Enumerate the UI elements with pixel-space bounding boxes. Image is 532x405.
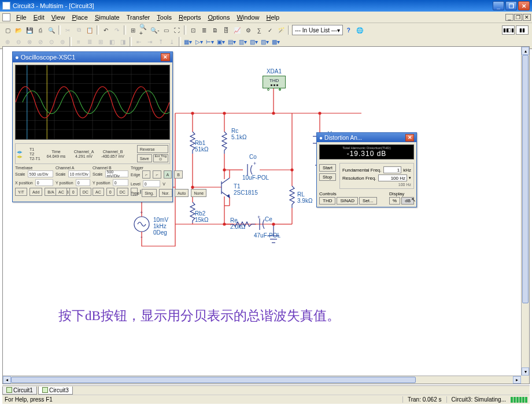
ypos-a-value[interactable]: 0 [76,179,90,186]
cut-button[interactable]: ✂ [62,25,73,35]
check-button[interactable]: ✓ [265,25,275,35]
place-analog[interactable]: ▣▾ [216,36,226,47]
h-thumb[interactable] [11,377,416,383]
scope-titlebar[interactable]: ● Oscilloscope-XSC1 ✕ [13,52,172,62]
scale-t-value[interactable]: 500 us/Div [28,170,53,177]
mdi-close[interactable]: ✕ [523,14,531,21]
tab-circuit3[interactable]: Circuit3 [38,387,73,395]
edge-rise[interactable]: ⌐ [142,170,150,179]
set-button[interactable]: Set... [359,197,377,205]
paste-button[interactable]: 📋 [84,25,95,35]
print-button[interactable]: ⎙ [35,25,46,35]
da-titlebar[interactable]: ● Distortion An... ✕ [317,133,416,142]
ac-a-button[interactable]: AC [56,188,67,196]
undo-button[interactable]: ↶ [101,25,111,35]
xda-body[interactable]: THD [263,76,286,88]
place-ind[interactable]: ▩▾ [271,36,281,47]
sheet-button[interactable]: 🗎 [210,25,220,35]
redo-button[interactable]: ↷ [112,25,122,35]
place-misc[interactable]: ▧▾ [249,36,259,47]
tb2-14[interactable]: ⤒ [156,36,166,47]
grapher-button[interactable]: 📈 [232,25,242,35]
menu-transfer[interactable]: Transfer [123,13,154,22]
level-value[interactable]: 0 [143,180,161,187]
stop-button[interactable]: Stop [319,173,336,181]
components-button[interactable]: ⊡ [188,25,198,35]
db-button[interactable]: dB ↖ [401,197,414,205]
zoomin-button[interactable]: 🔍+ [139,25,149,35]
mdi-min[interactable]: _ [505,14,513,21]
da-close-button[interactable]: ✕ [405,134,414,142]
auto-button[interactable]: Auto [175,189,189,197]
thd-button[interactable]: THD [319,197,335,205]
tb2-5[interactable]: ⊙ [46,36,57,47]
place-cmos[interactable]: ▥▾ [238,36,248,47]
zoomarea-button[interactable]: ▭ [161,25,171,35]
zoomfit-button[interactable]: ⊞ [128,25,138,35]
new-button[interactable]: ▢ [2,25,13,35]
menu-simulate[interactable]: Simulate [91,13,123,22]
start-button[interactable]: Start [319,164,336,172]
tb2-10[interactable]: ◧ [106,36,117,47]
scope-close-button[interactable]: ✕ [161,53,170,61]
place-basic[interactable]: ▦▾ [183,36,193,47]
save-button[interactable]: 💾 [24,25,35,35]
horizontal-scrollbar[interactable]: ◂ ▸ [3,376,521,384]
place-ttl[interactable]: ▤▾ [227,36,237,47]
wizard-button[interactable]: 🪄 [276,25,286,35]
hierarch-button[interactable]: ≣ [199,25,209,35]
add-button[interactable]: Add [29,188,42,196]
pct-button[interactable]: % [389,197,400,205]
web-button[interactable]: 🌐 [354,25,365,35]
scroll-left[interactable]: ◂ [3,376,11,384]
nor-button[interactable]: Nor. [159,189,172,197]
menu-edit[interactable]: Edit [30,13,48,22]
restore-button[interactable]: ❐ [505,1,517,10]
fund-freq-input[interactable]: 1 [383,166,402,173]
menu-file[interactable]: File [13,13,30,22]
tb2-7[interactable]: ≡ [73,36,84,47]
sing-button[interactable]: Sing. [142,189,157,197]
preview-button[interactable]: 🔍 [46,25,57,35]
open-button[interactable]: 📂 [13,25,24,35]
tb2-2[interactable]: ⊖ [13,36,24,47]
run-toggle[interactable]: ▮◧▮ [502,25,515,35]
place-mixed[interactable]: ▨▾ [260,36,270,47]
tb2-9[interactable]: ⊞ [95,36,106,47]
edge-fall[interactable]: ⌐ [153,170,161,179]
v-thumb[interactable] [522,55,529,303]
reverse-button[interactable]: Reverse [137,145,168,153]
scroll-down[interactable]: ▾ [522,367,529,376]
edge-a[interactable]: A [164,170,172,179]
close-button[interactable]: ✕ [518,1,530,10]
tb2-6[interactable]: ⊚ [57,36,68,47]
tb2-4[interactable]: ⊘ [35,36,46,47]
fullscreen-button[interactable]: ⛶ [172,25,182,35]
scroll-up[interactable]: ▴ [522,47,529,55]
distortion-analyzer-window[interactable]: ● Distortion An... ✕ Total Harmonic Dist… [316,132,417,207]
scope-screen[interactable] [15,65,170,140]
menu-reports[interactable]: Reports [175,13,205,22]
postproc-button[interactable]: ∑ [254,25,264,35]
help-button[interactable]: ? [343,25,354,35]
dc-b-button[interactable]: DC [117,188,128,196]
ypos-b-value[interactable]: 0 [113,179,128,186]
zero-b-button[interactable]: 0 [106,188,114,196]
pause-button[interactable]: ▮▮ [516,25,529,35]
scroll-right[interactable]: ▸ [513,376,521,384]
schematic-canvas[interactable]: + + [3,47,521,376]
xda-instrument[interactable]: XDA1 THD [263,68,286,91]
zoomout-button[interactable]: 🔍- [150,25,160,35]
xpos-value[interactable]: 0 [35,179,53,186]
tb2-13[interactable]: ⇥ [145,36,155,47]
vertical-scrollbar[interactable]: ▴ ▾ [521,47,529,376]
edge-b[interactable]: B [174,170,183,179]
mdi-max[interactable]: ❐ [514,14,522,21]
none-button[interactable]: None [191,189,206,197]
tb2-12[interactable]: ⇤ [134,36,144,47]
minimize-button[interactable]: _ [493,1,504,10]
tb2-8[interactable]: ≣ [84,36,95,47]
tb2-11[interactable]: ◨ [117,36,128,47]
dc-a-button[interactable]: DC [80,188,91,196]
oscilloscope-window[interactable]: ● Oscilloscope-XSC1 ✕ [12,51,173,202]
